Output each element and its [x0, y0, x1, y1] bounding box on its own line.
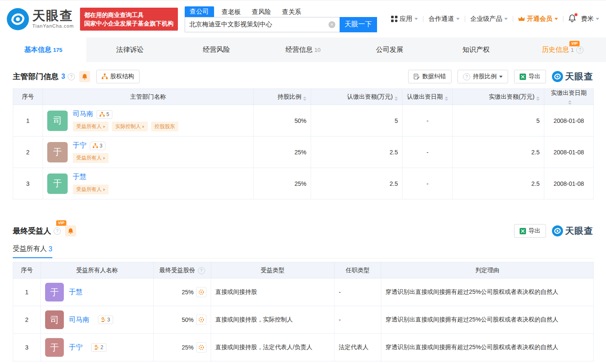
- subtab-beneficial-owners[interactable]: 受益所有人 3: [13, 245, 52, 258]
- tag-beneficial-owner[interactable]: 受益所有人: [73, 153, 109, 163]
- table-row: 1 司 司马南 5: [13, 105, 594, 136]
- shareholding-ratio-label: 持股比例: [473, 73, 497, 80]
- subscribed-date: -: [403, 168, 453, 199]
- tab-operation-risk[interactable]: 经营风险: [173, 37, 260, 62]
- tab-count: 1: [571, 47, 574, 53]
- tab-intellectual-property[interactable]: 知识产权: [433, 37, 519, 62]
- export-label: 导出: [529, 73, 540, 80]
- tab-history-info[interactable]: VIP 历史信息 1 ?: [520, 37, 606, 62]
- tag-actual-controller[interactable]: 实际控制人: [112, 122, 148, 131]
- col-ratio[interactable]: 持股比例: [254, 89, 311, 105]
- header-nav: 应用 合作通道 企业级产品 开通会员: [391, 14, 599, 23]
- section-shareholders-header: 主管部门信息 3 ? 股权结构: [13, 68, 593, 85]
- clear-icon[interactable]: ×: [329, 21, 335, 28]
- sort-icon[interactable]: [394, 97, 398, 101]
- search-tab-relation[interactable]: 查关系: [282, 7, 301, 17]
- avatar: 司: [47, 111, 68, 131]
- related-companies-badge[interactable]: 3: [90, 142, 106, 150]
- penetrate-target-icon[interactable]: [196, 342, 206, 353]
- judgment-reason: 穿透识别出直接或间接拥有超过25%公司股权或者表决权的自然人: [381, 306, 594, 334]
- nav-cooperation[interactable]: 合作通道: [429, 15, 460, 23]
- penetrate-target-icon[interactable]: [196, 287, 206, 297]
- help-icon[interactable]: ?: [68, 73, 75, 80]
- logo-domain: TianYanCha.com: [32, 23, 74, 28]
- monitor-bell-button[interactable]: [65, 225, 76, 236]
- share-value: 25%: [182, 344, 194, 351]
- related-companies-badge[interactable]: 5: [97, 110, 112, 119]
- equity-structure-button[interactable]: 股权结构: [96, 70, 140, 83]
- avatar: 于: [47, 142, 68, 162]
- tag-beneficial-owner[interactable]: 受益所有人: [73, 185, 109, 194]
- help-icon[interactable]: ?: [576, 46, 583, 54]
- export-button[interactable]: 导出: [514, 224, 546, 238]
- page-tabbar: 基本信息 175 法律诉讼 经营风险 经营信息 10 公司发展 知识产权 VIP…: [0, 37, 606, 62]
- search-tab-company[interactable]: 查公司: [185, 6, 214, 17]
- benefit-type: 直接或间接持股，法定代表人/负责人: [211, 334, 334, 361]
- owner-name-link[interactable]: 于宁: [69, 343, 83, 352]
- position-type: -: [334, 306, 381, 334]
- chevron-down-icon: [499, 76, 503, 78]
- bell-icon: [82, 74, 88, 80]
- search-button[interactable]: 天眼一下: [340, 17, 377, 32]
- export-button[interactable]: 导出: [514, 70, 546, 83]
- help-icon[interactable]: ?: [198, 267, 205, 274]
- nav-vip-upgrade[interactable]: 开通会员: [518, 15, 558, 23]
- monitor-bell-button[interactable]: [79, 71, 90, 82]
- col-paid-date[interactable]: 实缴出资日期: [544, 89, 594, 105]
- tab-label: 基本信息: [24, 46, 51, 54]
- tab-company-development[interactable]: 公司发展: [346, 37, 433, 62]
- help-icon[interactable]: ?: [54, 228, 61, 235]
- org-chart-icon: [93, 143, 98, 148]
- help-icon: ?: [463, 73, 470, 80]
- tab-basic-info[interactable]: 基本信息 175: [0, 37, 86, 62]
- shareholding-ratio-dropdown[interactable]: ? 持股比例: [457, 70, 508, 83]
- tag-controlling-shareholder[interactable]: 控股股东: [151, 122, 178, 131]
- nav-username[interactable]: 费米: [581, 15, 599, 23]
- tab-count: 10: [314, 47, 320, 53]
- tab-operation-info[interactable]: 经营信息 10: [260, 37, 346, 62]
- judgment-reason: 穿透识别出直接或间接拥有超过25%公司股权或者表决权的自然人: [381, 334, 594, 361]
- row-index: 2: [13, 136, 43, 168]
- owner-name-link[interactable]: 司马南: [69, 316, 89, 324]
- sort-icon[interactable]: [303, 97, 306, 101]
- chevron-down-icon: [456, 18, 460, 20]
- subscribed-amount: 5: [311, 105, 403, 136]
- tab-legal[interactable]: 法律诉讼: [86, 37, 173, 62]
- sort-icon[interactable]: [445, 97, 448, 101]
- subtab-label: 受益所有人: [13, 245, 47, 253]
- owner-name-link[interactable]: 于慧: [69, 288, 83, 297]
- search-tab-boss[interactable]: 查老板: [222, 7, 241, 17]
- watermark-label: 天眼查: [565, 225, 593, 237]
- avatar: 于: [47, 173, 68, 194]
- crown-icon: [518, 16, 525, 22]
- beneficiary-table: 序号 受益所有人名称 最终受益股份? 受益类型 任职类型 判定理由 1 于 于慧…: [13, 262, 594, 361]
- username-label: 费米: [581, 15, 594, 23]
- tianyancha-logo[interactable]: 天眼查 TianYanCha.com: [7, 8, 74, 30]
- col-paid-amount[interactable]: 实缴出资额(万元): [453, 89, 544, 105]
- paid-amount: 2.5: [453, 168, 544, 199]
- divider: [563, 16, 563, 22]
- related-roles-badge[interactable]: 2: [91, 343, 106, 352]
- nav-enterprise[interactable]: 企业级产品: [470, 15, 508, 23]
- nav-apps[interactable]: 应用: [391, 15, 418, 23]
- search-input[interactable]: 北京梅迪亚中文影视策划中心 ×: [185, 17, 340, 32]
- notifications-bell[interactable]: [569, 14, 576, 23]
- col-subscribed-amount[interactable]: 认缴出资额(万元): [311, 89, 403, 105]
- arrow-right-icon: [143, 125, 144, 128]
- tab-label: 知识产权: [463, 46, 490, 54]
- sort-icon[interactable]: [568, 100, 572, 105]
- related-roles-badge[interactable]: 3: [98, 316, 113, 324]
- data-correction-button[interactable]: 数据纠错: [408, 70, 452, 83]
- nav-vip-label: 开通会员: [527, 15, 552, 23]
- shareholder-name-link[interactable]: 于慧: [73, 173, 86, 182]
- shareholder-name-link[interactable]: 司马南: [73, 110, 93, 119]
- sort-icon[interactable]: [536, 97, 540, 101]
- arrow-right-icon: [103, 125, 105, 128]
- penetrate-target-icon[interactable]: [196, 315, 206, 325]
- arrow-right-icon: [103, 188, 105, 191]
- tag-beneficial-owner[interactable]: 受益所有人: [73, 122, 109, 131]
- col-subscribed-date[interactable]: 认缴出资日期: [403, 89, 453, 105]
- search-tab-risk[interactable]: 查风险: [252, 7, 271, 17]
- subscribed-date: -: [403, 136, 453, 168]
- shareholder-name-link[interactable]: 于宁: [73, 141, 86, 150]
